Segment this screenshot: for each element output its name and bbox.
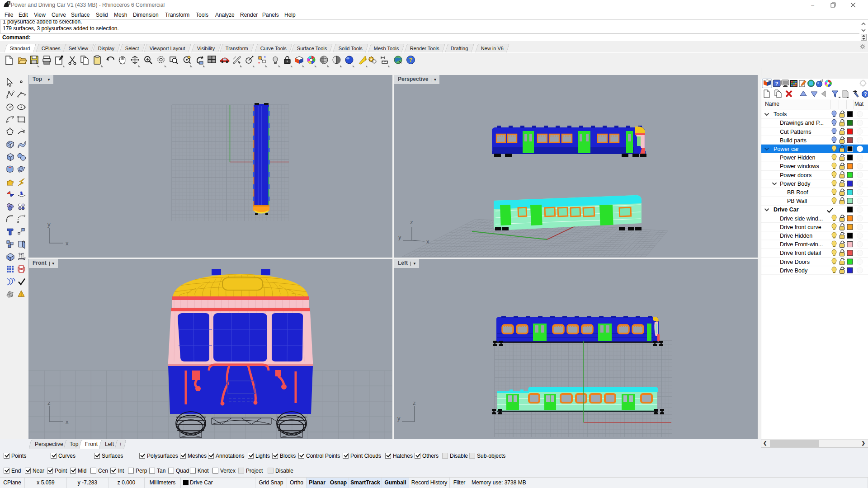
svg-text:?: ? [409,56,413,63]
svg-text:x: x [426,238,429,245]
svg-text:y: y [397,415,401,422]
svg-text:Power Hidden: Power Hidden [780,155,816,161]
svg-text:x: x [66,418,69,425]
svg-text:Drive side wind...: Drive side wind... [780,216,823,222]
svg-text:Drive front detail: Drive front detail [780,250,821,256]
svg-text:Power doors: Power doors [780,172,811,178]
svg-text:Drive Front-win...: Drive Front-win... [780,241,823,248]
svg-text:?: ? [864,91,867,97]
svg-text:Drive front curve: Drive front curve [780,224,821,230]
svg-text:z: z [47,399,51,406]
svg-text:6: 6 [8,1,10,5]
svg-text:z: z [413,399,416,406]
svg-text:x: x [66,240,69,247]
svg-text:z: z [410,219,413,225]
svg-text:Drive Car: Drive Car [774,206,799,213]
svg-text:PB Wall: PB Wall [787,198,807,204]
svg-text:Drive Doors: Drive Doors [780,259,810,265]
svg-text:BB Roof: BB Roof [787,189,808,196]
svg-text:Tools: Tools [774,111,787,117]
svg-text:Power car: Power car [774,146,799,152]
svg-text:Build parts: Build parts [780,137,807,144]
svg-text:Power windows: Power windows [780,163,819,169]
svg-text:Power Body: Power Body [780,181,811,187]
svg-text:Cut Patterns: Cut Patterns [780,129,811,135]
svg-text:Drawings and P...: Drawings and P... [780,120,824,126]
svg-text:y: y [47,221,51,228]
svg-text:y: y [398,234,401,240]
svg-text:Drive Body: Drive Body [780,267,808,274]
svg-text:Drive Hidden: Drive Hidden [780,233,812,239]
svg-text:?: ? [775,81,778,86]
